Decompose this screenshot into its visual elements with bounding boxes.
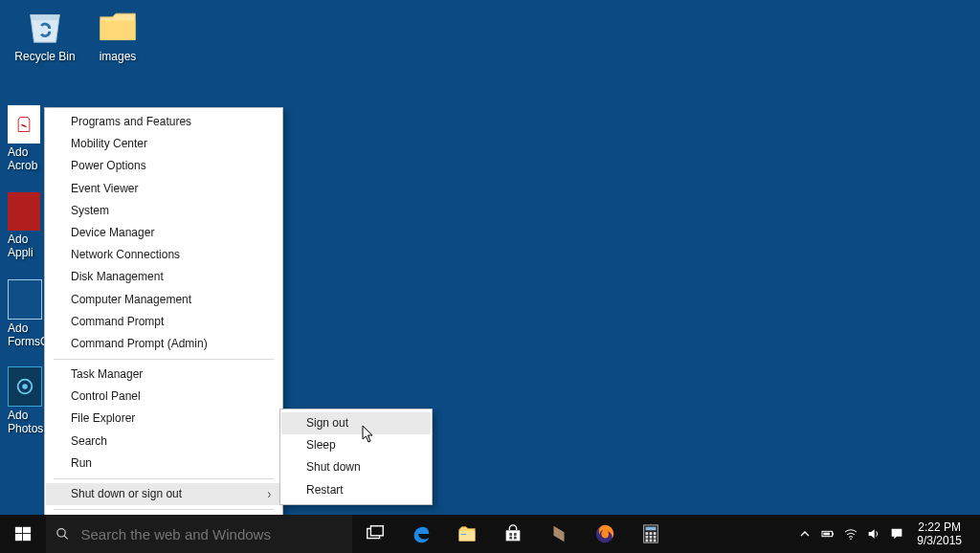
store-icon: [501, 522, 524, 545]
volume-icon: [866, 526, 881, 542]
search-input[interactable]: [78, 525, 343, 543]
tray-action-center[interactable]: [886, 515, 907, 553]
menu-item[interactable]: Programs and Features: [46, 111, 281, 133]
forms-central-icon: [8, 279, 42, 320]
svg-rect-25: [646, 540, 649, 542]
svg-point-1: [22, 384, 28, 389]
power-user-menu[interactable]: Programs and FeaturesMobility CenterPowe…: [44, 107, 283, 540]
svg-rect-18: [646, 527, 657, 531]
svg-rect-15: [514, 537, 517, 540]
svg-rect-10: [459, 531, 476, 541]
photoshop-icon: [8, 366, 42, 407]
svg-point-6: [57, 529, 65, 537]
svg-rect-13: [514, 533, 517, 536]
shutdown-submenu[interactable]: Sign outSleepShut downRestart: [279, 409, 433, 505]
start-button[interactable]: [0, 515, 46, 553]
calculator-icon: [639, 522, 662, 545]
svg-rect-23: [650, 536, 653, 539]
submenu-item[interactable]: Restart: [281, 479, 431, 501]
taskbar-clock[interactable]: 2:22 PM 9/3/2015: [909, 520, 969, 548]
search-icon: [56, 526, 69, 542]
desktop-icon-acrobat[interactable]: AdoAcrob: [8, 105, 46, 173]
desktop-icon-label: AdoFormsC: [8, 322, 46, 349]
svg-rect-14: [509, 537, 512, 540]
clock-date: 9/3/2015: [917, 534, 962, 547]
desktop-icon-label: images: [82, 51, 153, 64]
submenu-item[interactable]: Sleep: [281, 434, 431, 456]
svg-rect-5: [23, 534, 31, 541]
menu-item[interactable]: Run: [46, 453, 281, 475]
firefox-icon: [593, 522, 616, 545]
desktop-icon-label: AdoAppli: [8, 233, 46, 260]
edge-icon: [410, 522, 433, 545]
menu-separator: [54, 509, 274, 510]
taskbar-button-store[interactable]: [490, 515, 536, 553]
svg-rect-30: [824, 533, 831, 536]
menu-separator: [54, 478, 274, 479]
svg-rect-22: [646, 536, 649, 539]
svg-line-7: [64, 536, 68, 540]
svg-rect-21: [654, 532, 657, 535]
menu-item[interactable]: Computer Management: [46, 289, 281, 311]
svg-rect-12: [509, 533, 512, 536]
taskbar-button-task-view[interactable]: [352, 515, 398, 553]
tray-battery[interactable]: [817, 515, 838, 553]
task-view-icon: [364, 522, 387, 545]
desktop-icon-label: Recycle Bin: [10, 51, 80, 64]
taskbar-button-app[interactable]: [536, 515, 582, 553]
menu-item[interactable]: Task Manager: [46, 364, 281, 386]
desktop-icon-images[interactable]: images: [82, 4, 153, 64]
menu-item[interactable]: Control Panel: [46, 386, 281, 408]
svg-rect-11: [461, 534, 467, 535]
desktop-icon-photoshop[interactable]: AdoPhotos: [8, 366, 46, 436]
svg-rect-19: [646, 532, 649, 535]
windows-logo-icon: [14, 525, 32, 542]
tray-volume[interactable]: [863, 515, 884, 553]
svg-rect-4: [15, 534, 22, 541]
menu-item[interactable]: Disk Management: [46, 266, 281, 288]
desktop-icon-label: AdoAcrob: [8, 146, 46, 173]
acrobat-icon: [8, 105, 40, 144]
svg-rect-2: [15, 527, 22, 533]
svg-rect-26: [650, 540, 653, 542]
desktop-icon-recycle-bin[interactable]: Recycle Bin: [10, 4, 80, 64]
battery-icon: [820, 526, 835, 542]
taskbar-button-file-explorer[interactable]: [444, 515, 490, 553]
menu-item[interactable]: Command Prompt (Admin): [46, 333, 281, 355]
menu-item[interactable]: Device Manager: [46, 222, 281, 244]
menu-item[interactable]: Shut down or sign out: [46, 483, 281, 505]
clock-time: 2:22 PM: [917, 520, 962, 534]
menu-item[interactable]: File Explorer: [46, 408, 281, 430]
menu-item[interactable]: Mobility Center: [46, 133, 281, 155]
taskbar-button-calculator[interactable]: [628, 515, 674, 553]
svg-rect-3: [23, 527, 31, 533]
desktop-icon-app-loader[interactable]: AdoAppli: [8, 192, 46, 260]
svg-point-31: [850, 539, 852, 541]
desktop-icon-label: AdoPhotos: [8, 409, 46, 436]
svg-rect-9: [370, 526, 383, 536]
generic-app-icon: [547, 522, 570, 545]
svg-rect-27: [654, 540, 657, 542]
menu-item[interactable]: Search: [46, 431, 281, 453]
desktop-icon-forms-central[interactable]: AdoFormsC: [8, 279, 46, 349]
taskbar: 2:22 PM 9/3/2015: [0, 515, 980, 553]
chevron-up-icon: [797, 526, 813, 542]
folder-icon: [96, 4, 140, 48]
tray-overflow[interactable]: [794, 515, 815, 553]
menu-item[interactable]: System: [46, 200, 281, 222]
tray-network[interactable]: [840, 515, 861, 553]
menu-item[interactable]: Network Connections: [46, 244, 281, 266]
search-box[interactable]: [46, 515, 352, 553]
svg-rect-20: [650, 532, 653, 535]
recycle-bin-icon: [23, 4, 67, 48]
wifi-icon: [843, 526, 858, 542]
submenu-item[interactable]: Sign out: [281, 412, 431, 434]
menu-item[interactable]: Command Prompt: [46, 311, 281, 333]
menu-separator: [54, 359, 274, 360]
taskbar-button-firefox[interactable]: [582, 515, 628, 553]
action-center-icon: [889, 526, 904, 542]
submenu-item[interactable]: Shut down: [281, 456, 431, 478]
menu-item[interactable]: Power Options: [46, 155, 281, 177]
menu-item[interactable]: Event Viewer: [46, 178, 281, 200]
taskbar-button-edge[interactable]: [398, 515, 444, 553]
